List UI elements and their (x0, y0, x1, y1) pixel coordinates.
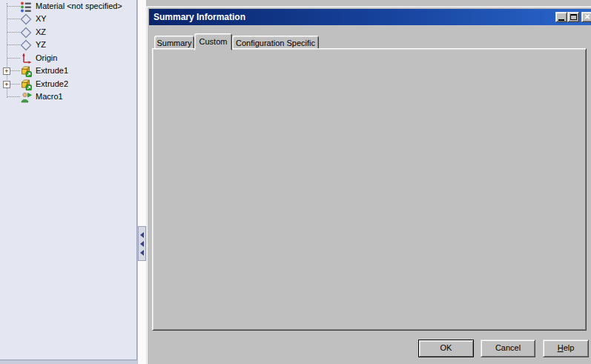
tree-item-label: Macro1 (36, 92, 63, 101)
close-button[interactable]: ✕ (581, 12, 591, 22)
minimize-icon (558, 19, 564, 21)
collapse-left-icon (140, 250, 144, 256)
tree-item-xz-plane[interactable]: XZ (0, 26, 137, 39)
cancel-button[interactable]: Cancel (481, 340, 535, 357)
tree-item-label: YZ (36, 40, 46, 49)
tree-item-macro1[interactable]: Macro1 (0, 90, 137, 103)
ok-button[interactable]: OK (418, 340, 474, 357)
close-icon: ✕ (584, 13, 590, 21)
material-icon (20, 0, 33, 13)
tree-item-extrude2[interactable]: + Extrude2 (0, 78, 137, 90)
tree-item-label: XZ (36, 27, 46, 36)
collapse-left-icon (140, 241, 144, 247)
summary-information-dialog: Summary Information ✕ Summary Custom Con… (146, 6, 591, 364)
expand-toggle[interactable]: + (3, 81, 10, 88)
tree-item-label: Material <not specified> (36, 1, 122, 10)
maximize-button[interactable] (567, 12, 579, 22)
tree-item-extrude1[interactable]: + Extrude1 (0, 64, 137, 77)
feature-tree-panel: Material <not specified> XY XZ YZ Origin (0, 0, 137, 364)
maximize-icon (570, 14, 577, 20)
collapse-left-icon (140, 232, 144, 238)
minimize-button[interactable] (555, 12, 567, 22)
tree-item-origin[interactable]: Origin (0, 52, 137, 64)
tree-item-label: Extrude2 (36, 79, 68, 88)
expand-toggle[interactable]: + (3, 67, 10, 75)
tree-item-yz-plane[interactable]: YZ (0, 39, 137, 51)
tab-custom[interactable]: Custom (194, 33, 232, 50)
tree-item-material[interactable]: Material <not specified> (0, 0, 137, 13)
macro-icon (20, 90, 33, 103)
plane-icon (20, 39, 33, 51)
panel-bottom-edge (0, 360, 137, 364)
extrude-icon (20, 64, 33, 77)
help-button[interactable]: Help (543, 340, 589, 357)
extrude-icon (20, 78, 33, 90)
plane-icon (20, 13, 33, 25)
panel-splitter[interactable] (138, 0, 146, 364)
splitter-collapse-handle[interactable] (138, 226, 146, 261)
dialog-title: Summary Information (153, 12, 245, 22)
custom-tab-page (152, 48, 587, 331)
dialog-titlebar[interactable]: Summary Information ✕ (149, 9, 591, 25)
tree-item-label: Extrude1 (36, 66, 68, 75)
tree-item-label: XY (36, 14, 47, 23)
origin-icon (20, 52, 33, 64)
tree-item-xy-plane[interactable]: XY (0, 13, 137, 25)
tree-item-label: Origin (36, 53, 57, 62)
plane-icon (20, 26, 33, 39)
